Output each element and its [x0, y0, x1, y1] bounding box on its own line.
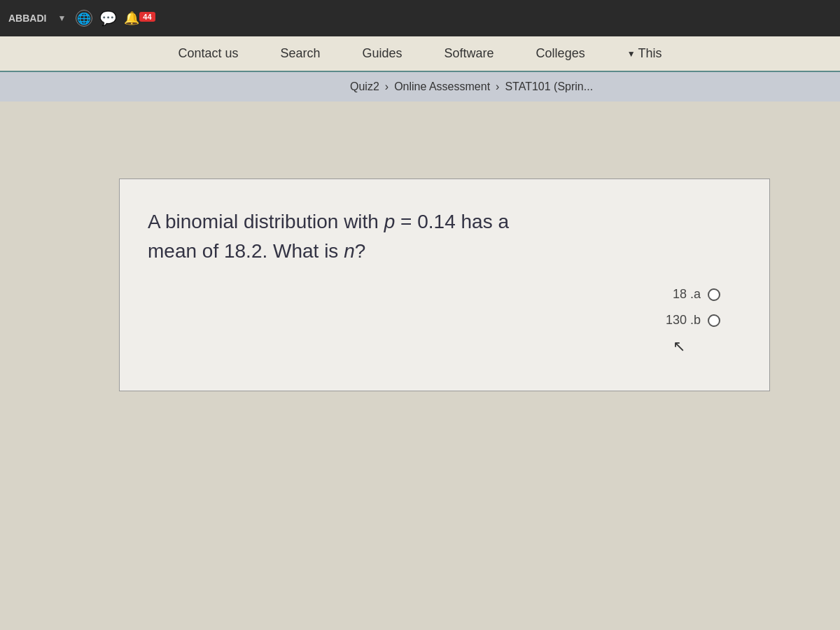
nav-software[interactable]: Software [444, 46, 494, 61]
n-variable: n [344, 240, 355, 262]
p-variable: p [384, 211, 396, 232]
breadcrumb-sep1: › [385, 80, 388, 93]
answer-a-label: 18 .a [673, 287, 701, 302]
bell-icon[interactable]: 🔔 [124, 10, 139, 26]
nav-search[interactable]: Search [280, 46, 320, 61]
question-text-part4: ? [355, 240, 366, 262]
nav-colleges[interactable]: Colleges [536, 46, 585, 61]
nav-contact-us[interactable]: Contact us [178, 46, 238, 61]
answer-b-radio[interactable] [708, 314, 720, 327]
notification-bell-container: 🔔 44 [124, 10, 155, 26]
answer-b-label: 130 .b [666, 313, 701, 328]
dropdown-arrow-icon[interactable]: ▼ [57, 13, 66, 23]
breadcrumb-quiz2[interactable]: Quiz2 [350, 80, 379, 93]
question-text-part2: = 0.14 has a [395, 211, 509, 232]
breadcrumb-sep2: › [496, 80, 499, 93]
answer-option-a[interactable]: 18 .a [673, 287, 720, 302]
breadcrumb-online-assessment[interactable]: Online Assessment [394, 80, 490, 93]
breadcrumb-stat101[interactable]: STAT101 (Sprin... [505, 80, 593, 93]
top-bar: ABBADI ▼ 🌐 💬 🔔 44 [0, 0, 840, 36]
notification-badge: 44 [139, 12, 155, 22]
question-box: A binomial distribution with p = 0.14 ha… [119, 178, 770, 391]
question-text: A binomial distribution with p = 0.14 ha… [148, 207, 741, 266]
answer-option-b[interactable]: 130 .b [666, 313, 720, 328]
chat-icon[interactable]: 💬 [99, 10, 117, 27]
breadcrumb-bar: Quiz2 › Online Assessment › STAT101 (Spr… [0, 72, 840, 102]
this-dropdown-arrow-icon: ▼ [627, 49, 636, 59]
answer-a-radio[interactable] [708, 288, 720, 301]
cursor-arrow-icon: ↖ [673, 337, 685, 356]
globe-icon[interactable]: 🌐 [76, 10, 92, 27]
nav-bar: Contact us Search Guides Software Colleg… [0, 36, 840, 72]
nav-guides[interactable]: Guides [363, 46, 402, 61]
username-label: ABBADI [8, 13, 46, 24]
nav-this-label: This [638, 46, 662, 61]
main-content: A binomial distribution with p = 0.14 ha… [0, 102, 840, 419]
question-text-part1: A binomial distribution with [148, 211, 384, 232]
nav-this[interactable]: ▼ This [627, 46, 662, 61]
question-text-part3: mean of 18.2. What is [148, 240, 344, 262]
answer-options: 18 .a 130 .b [148, 287, 741, 328]
